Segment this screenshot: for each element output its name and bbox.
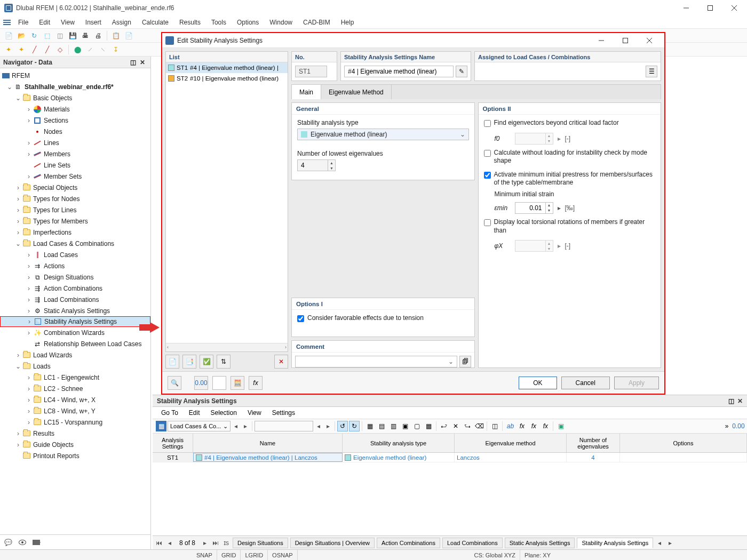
menu-assign[interactable]: Assign <box>107 16 137 28</box>
nav-prev2-icon[interactable]: ◂ <box>314 422 323 430</box>
minimize-button[interactable] <box>674 1 698 15</box>
tab-eigenvalue[interactable]: Eigenvalue Method <box>321 85 392 99</box>
menu-calculate[interactable]: Calculate <box>137 16 174 28</box>
copy-icon[interactable]: 📋 <box>110 30 121 41</box>
ab-icon[interactable]: ab <box>505 421 515 431</box>
model-icon[interactable]: ⬚ <box>42 30 52 41</box>
nav-prev-icon[interactable]: ◂ <box>232 422 240 430</box>
apply-button[interactable]: Apply <box>614 377 659 389</box>
close-button[interactable] <box>722 1 746 15</box>
tree-special[interactable]: Special Objects <box>33 184 77 191</box>
status-grid[interactable]: GRID <box>217 550 241 560</box>
new-item-icon[interactable]: 📄 <box>165 355 179 369</box>
table-view-icon[interactable]: ▦ <box>156 421 166 431</box>
maximize-button[interactable] <box>698 1 722 15</box>
tree-lc8[interactable]: LC8 - Wind, w+, Y <box>44 407 96 415</box>
delete-item-icon[interactable]: ✕ <box>274 355 288 369</box>
menu-results[interactable]: Results <box>174 16 206 28</box>
chevron-right-icon[interactable]: › <box>26 151 32 157</box>
col-options[interactable]: Options <box>620 434 747 452</box>
tree-imp[interactable]: Imperfections <box>33 229 71 236</box>
tree-root[interactable]: RFEM <box>12 72 30 79</box>
tree-members[interactable]: Members <box>44 150 70 158</box>
tree-designsit[interactable]: Design Situations <box>44 274 93 281</box>
navigator-tree[interactable]: RFEM ⌄🗎Stahlhalle_webinar_ende.rf6* ⌄Bas… <box>0 68 150 534</box>
status-snap[interactable]: SNAP <box>192 550 217 560</box>
new-icon[interactable]: 📄 <box>3 30 14 41</box>
chevron-down-icon[interactable]: ⌄ <box>15 363 21 370</box>
tree-lc15[interactable]: LC15 - Vorspannung <box>44 419 102 426</box>
color-option-icon[interactable] <box>212 376 226 390</box>
chevron-right-icon[interactable]: › <box>26 330 32 336</box>
cube-icon[interactable]: ◫ <box>54 30 65 41</box>
grid-f-icon[interactable]: ▦ <box>423 421 434 431</box>
bottom-menu-edit[interactable]: Edit <box>184 409 205 417</box>
chevron-right-icon[interactable]: › <box>26 173 32 180</box>
node-tool-icon[interactable]: ⬤ <box>72 44 83 55</box>
chevron-right-icon[interactable]: › <box>26 106 32 113</box>
menu-tools[interactable]: Tools <box>206 16 232 28</box>
dialog-maximize-button[interactable] <box>613 33 637 48</box>
grid-e-icon[interactable]: ▢ <box>411 421 422 431</box>
tree-lc2[interactable]: LC2 - Schnee <box>44 385 83 393</box>
cancel-button[interactable]: Cancel <box>561 377 610 389</box>
star2-icon[interactable]: ✦ <box>16 44 27 55</box>
ins2-icon[interactable]: ⮑ <box>462 421 473 431</box>
chevron-right-icon[interactable]: › <box>15 229 21 236</box>
tree-tfm[interactable]: Types for Members <box>33 218 88 225</box>
tree-lc4[interactable]: LC4 - Wind, w+, X <box>44 396 96 404</box>
units-icon[interactable]: 0.00 <box>194 376 208 390</box>
num-eigenvalues-input[interactable] <box>298 160 328 171</box>
bottom-table[interactable]: Analysis Settings Name Stability analysi… <box>153 434 747 535</box>
precision-icon[interactable]: 0.00 <box>733 421 744 431</box>
menu-options[interactable]: Options <box>232 16 264 28</box>
tree-file[interactable]: Stahlhalle_webinar_ende.rf6* <box>25 83 114 91</box>
close-panel-icon[interactable]: ✕ <box>737 397 743 405</box>
del-icon[interactable]: ✕ <box>450 421 461 431</box>
ok-button[interactable]: OK <box>519 377 557 389</box>
toggle-a-icon[interactable]: ↺ <box>337 421 348 431</box>
tree-option-icon[interactable]: 🧮 <box>231 376 244 390</box>
tab-design-sit-overview[interactable]: Design Situations | Overview <box>290 538 375 548</box>
saveall-icon[interactable]: 🖶 <box>80 30 91 41</box>
chevron-down-icon[interactable]: ⌄ <box>15 241 21 247</box>
members-tool-icon[interactable]: ⟋ <box>85 44 96 55</box>
bottom-menu-view[interactable]: View <box>242 409 267 417</box>
consider-tension-checkbox[interactable] <box>297 315 304 322</box>
nav-next-icon[interactable]: ▸ <box>241 422 250 430</box>
chevron-right-icon[interactable]: › <box>26 386 32 392</box>
last-page-icon[interactable]: ⏭ <box>211 539 220 547</box>
tree-membersets[interactable]: Member Sets <box>44 173 82 180</box>
tree-basic-objects[interactable]: Basic Objects <box>33 94 72 102</box>
duplicate-item-icon[interactable]: 📑 <box>182 355 196 369</box>
close-panel-icon[interactable]: ✕ <box>140 59 147 66</box>
dialog-close-button[interactable] <box>637 33 661 48</box>
tree-sections[interactable]: Sections <box>44 117 68 124</box>
tree-loadcases[interactable]: Load Cases <box>44 251 78 259</box>
table-row[interactable]: ST1 #4 | Eigenvalue method (linear) | La… <box>153 453 747 462</box>
menu-cadbim[interactable]: CAD-BIM <box>298 16 336 28</box>
chevron-right-icon[interactable]: › <box>15 196 21 202</box>
tree-loadcomb[interactable]: Load Combinations <box>44 296 99 303</box>
bottom-menu-selection[interactable]: Selection <box>205 409 242 417</box>
analysis-type-combo[interactable]: Eigenvalue method (linear) ⌄ <box>297 129 469 140</box>
tree-linesets[interactable]: Line Sets <box>44 162 70 169</box>
bottom-combo2[interactable] <box>255 421 313 431</box>
chevron-right-icon[interactable]: › <box>15 430 21 437</box>
chevron-right-icon[interactable]: › <box>15 207 21 213</box>
chevron-right-icon[interactable]: › <box>26 263 32 269</box>
fx2-icon[interactable]: fx <box>528 421 539 431</box>
dock-icon[interactable]: ◫ <box>130 59 138 66</box>
grid-a-icon[interactable]: ▦ <box>364 421 375 431</box>
tree-tfn[interactable]: Types for Nodes <box>33 195 80 203</box>
find-eigenvectors-checkbox[interactable] <box>484 120 491 127</box>
dialog-minimize-button[interactable] <box>589 33 613 48</box>
cell-num[interactable]: 4 <box>567 453 620 462</box>
rect-tool-icon[interactable]: ◇ <box>54 44 65 55</box>
chevron-right-icon[interactable]: › <box>26 419 32 426</box>
chevron-right-icon[interactable]: › <box>26 140 32 146</box>
tab-action-comb[interactable]: Action Combinations <box>377 538 440 548</box>
misc-tool-icon[interactable]: ⟍ <box>98 44 108 55</box>
show-all-icon[interactable]: ▣ <box>555 421 566 431</box>
calc-without-loading-checkbox[interactable] <box>484 150 491 157</box>
